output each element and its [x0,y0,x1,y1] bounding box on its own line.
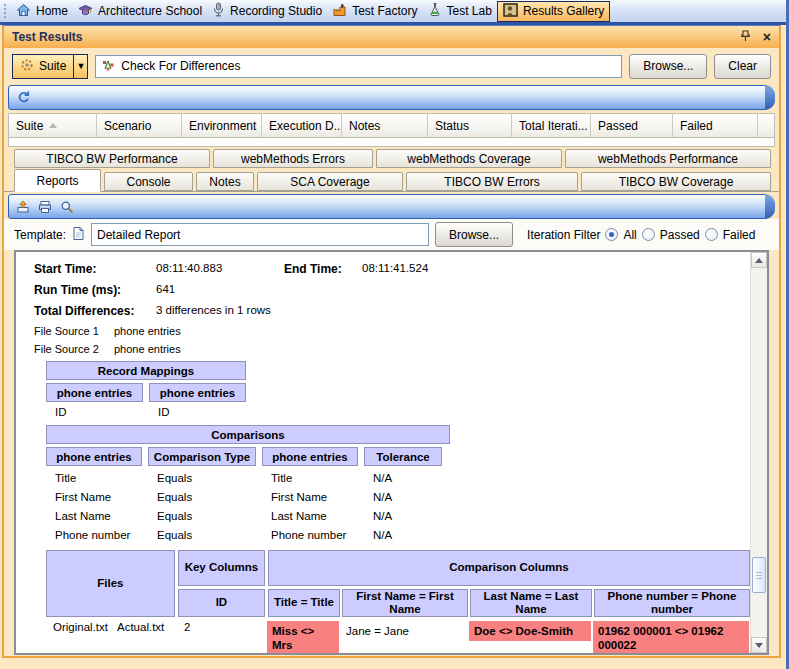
column-header-execution-date[interactable]: Execution D... [262,114,342,137]
column-header-status[interactable]: Status [428,114,512,137]
browse-suite-button[interactable]: Browse... [629,54,707,79]
home-icon [16,3,31,20]
document-icon[interactable] [72,226,85,244]
toolbar-grip[interactable] [3,3,8,20]
template-field[interactable]: Detailed Report [91,223,429,246]
nav-recording-studio-label: Recording Studio [230,4,322,18]
tab-tibco-bw-performance[interactable]: TIBCO BW Performance [14,149,210,168]
report-content: Start Time: 08:11:40.883 End Time: 08:11… [16,252,750,653]
scroll-up-button[interactable] [751,252,767,268]
close-icon[interactable]: × [763,30,771,44]
results-grid-header: Suite Scenario Environment Execution D..… [8,113,775,138]
run-time-label: Run Time (ms): [34,283,156,297]
column-header-scenario[interactable]: Scenario [97,114,182,137]
comparison-row: TitleEqualsTitleN/A [46,468,750,487]
tab-notes[interactable]: Notes [196,172,254,191]
suite-dropdown-arrow[interactable]: ▼ [73,55,87,78]
results-toolbar [8,85,775,110]
test-results-panel: Test Results × Suite ▼ Check For Differe… [2,25,781,658]
nav-architecture-school[interactable]: Architecture School [73,1,207,22]
column-header-environment[interactable]: Environment [182,114,262,137]
files-table-header: Files Key Columns ID Comparison Columns … [46,550,750,617]
radio-failed[interactable] [705,228,718,241]
comparisons-title: Comparisons [46,425,450,444]
column-header-suite[interactable]: Suite [9,114,97,137]
diff-suite-icon [101,58,115,75]
tab-webmethods-errors[interactable]: webMethods Errors [213,149,373,168]
nav-architecture-school-label: Architecture School [98,4,202,18]
comparison-row: First NameEqualsFirst NameN/A [46,487,750,506]
nav-recording-studio[interactable]: Recording Studio [207,1,327,22]
file-source-2-value: phone entries [114,343,181,355]
nav-test-factory[interactable]: Test Factory [327,1,422,22]
scroll-down-button[interactable] [751,637,767,653]
tab-webmethods-coverage[interactable]: webMethods Coverage [376,149,562,168]
scrollbar-thumb[interactable] [752,557,766,593]
template-bar: Template: Detailed Report Browse... Iter… [4,219,779,250]
comparison-col-tolerance: Tolerance [364,447,442,466]
file-source-1-value: phone entries [114,325,181,337]
vertical-scrollbar[interactable] [750,252,767,653]
suite-path-value: Check For Differences [121,59,240,73]
comparison-header-phone: Phone number = Phone number [594,589,750,617]
suite-button[interactable]: Suite ▼ [12,54,88,79]
tab-tibco-bw-coverage[interactable]: TIBCO BW Coverage [581,172,771,191]
radio-passed-label: Passed [660,228,700,242]
radio-passed[interactable] [642,228,655,241]
equal-cell-first-name: Jane = Jane [341,621,467,653]
tab-row-lower: Reports Console Notes SCA Coverage TIBCO… [4,168,779,192]
search-icon[interactable] [60,200,74,214]
id-header-cell: ID [178,589,265,617]
nav-test-lab-label: Test Lab [447,4,492,18]
files-table-row: Original.txt Actual.txt 2 Miss <> Mrs Ja… [46,621,750,653]
radio-all[interactable] [605,228,618,241]
nav-home[interactable]: Home [11,1,73,22]
suite-path-field[interactable]: Check For Differences [95,55,622,78]
iteration-filter-label: Iteration Filter [527,228,600,242]
run-time-value: 641 [156,283,175,297]
clear-button[interactable]: Clear [714,54,771,79]
file-name-actual: Actual.txt [117,621,164,653]
tab-sca-coverage[interactable]: SCA Coverage [257,172,403,191]
nav-results-gallery-label: Results Gallery [523,4,604,18]
print-icon[interactable] [38,200,52,214]
report-toolbar [8,194,775,219]
nav-test-lab[interactable]: Test Lab [423,1,497,22]
suite-button-label: Suite [39,59,66,73]
tab-webmethods-performance[interactable]: webMethods Performance [565,149,771,168]
tab-tibco-bw-errors[interactable]: TIBCO BW Errors [406,172,578,191]
results-grid-body[interactable] [8,138,775,147]
sort-indicator [49,123,57,128]
panel-titlebar: Test Results × [4,26,779,48]
start-time-value: 08:11:40.883 [156,262,284,276]
tab-row-upper: TIBCO BW Performance webMethods Errors w… [4,147,779,168]
pin-icon[interactable] [740,29,751,45]
column-header-failed[interactable]: Failed [673,114,758,137]
nav-home-label: Home [36,4,68,18]
picture-icon [503,3,518,20]
record-mapping-col-1: phone entries [46,383,143,402]
comparison-row: Phone numberEqualsPhone numberN/A [46,525,750,544]
panel-title: Test Results [12,30,82,44]
comparison-header-title: Title = Title [268,589,340,617]
tab-console[interactable]: Console [104,172,193,191]
record-mapping-row: ID ID [46,406,750,418]
browse-template-button[interactable]: Browse... [435,222,513,247]
refresh-icon[interactable] [16,90,31,105]
iteration-filter: Iteration Filter All Passed Failed [527,228,755,242]
total-differences-value: 3 differences in 1 rows [156,304,271,318]
column-header-notes[interactable]: Notes [342,114,428,137]
end-time-value: 08:11:41.524 [362,262,428,276]
comparison-columns-header-cell: Comparison Columns [268,550,750,586]
total-differences-label: Total Differences: [34,304,156,318]
comparison-col-source1: phone entries [46,447,142,466]
template-label: Template: [14,228,66,242]
column-header-total-iterations[interactable]: Total Iterati... [512,114,591,137]
filter-row: Suite ▼ Check For Differences Browse... … [4,48,779,84]
tab-reports[interactable]: Reports [14,169,101,192]
nav-results-gallery[interactable]: Results Gallery [497,1,610,22]
graduation-cap-icon [78,3,93,20]
microphone-icon [212,2,225,20]
export-icon[interactable] [16,200,30,214]
column-header-passed[interactable]: Passed [591,114,673,137]
